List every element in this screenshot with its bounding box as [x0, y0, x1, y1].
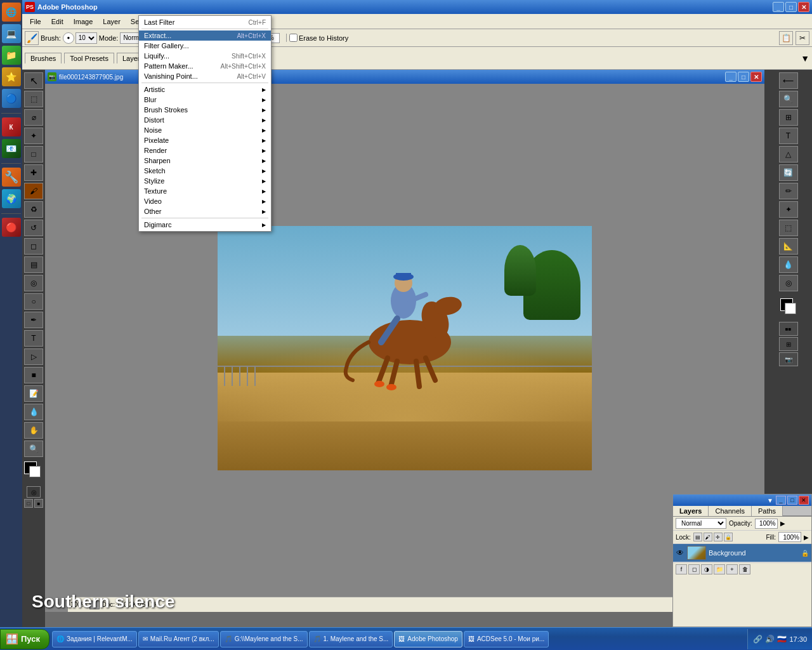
tool-notes[interactable]: 📝 — [24, 385, 43, 402]
right-color-swatches[interactable] — [779, 298, 798, 317]
tray-lang-icon[interactable]: 🇷🇺 — [777, 635, 787, 644]
fill-field[interactable] — [778, 532, 801, 542]
history-btn[interactable]: 📋 — [779, 31, 793, 45]
layers-close-btn[interactable]: ✕ — [799, 496, 809, 505]
menu-noise[interactable]: Noise — [139, 125, 271, 135]
menu-pixelate[interactable]: Pixelate — [139, 135, 271, 145]
menu-pattern-maker[interactable]: Pattern Maker... Alt+Shift+Ctrl+X — [139, 61, 271, 71]
tool-brush[interactable]: 🖌 — [24, 183, 43, 199]
sidebar-app-10[interactable]: 🔴 — [2, 218, 21, 237]
menu-other[interactable]: Other — [139, 206, 271, 216]
menu-extract[interactable]: Extract... Alt+Ctrl+X — [139, 30, 271, 41]
tool-heal[interactable]: ✚ — [24, 164, 43, 181]
tray-sound-icon[interactable]: 🔊 — [765, 635, 775, 644]
right-tool-9[interactable]: ⬚ — [779, 220, 798, 236]
tool-lasso[interactable]: ⌀ — [24, 109, 43, 126]
lock-all-btn[interactable]: 🔒 — [724, 533, 733, 541]
sidebar-app-3[interactable]: 📁 — [2, 46, 21, 65]
tool-eyedropper[interactable]: 💧 — [24, 404, 43, 420]
ps-maximize-btn[interactable]: □ — [785, 2, 797, 12]
tool-pen[interactable]: ✒ — [24, 312, 43, 328]
full-screen-btn[interactable]: ■ — [34, 499, 43, 508]
delete-layer-btn[interactable]: 🗑 — [739, 564, 750, 574]
brushes-menu-btn[interactable]: ▼ — [801, 53, 809, 63]
right-tool-1[interactable]: ⟵ — [779, 72, 798, 89]
sidebar-app-7[interactable]: 📧 — [2, 139, 21, 158]
menu-image[interactable]: Image — [69, 17, 98, 27]
menu-vanishing-point[interactable]: Vanishing Point... Alt+Ctrl+V — [139, 71, 271, 81]
layers-tab-layers[interactable]: Layers — [673, 506, 709, 516]
opacity-field[interactable] — [755, 519, 778, 529]
tool-magic[interactable]: ✦ — [24, 128, 43, 144]
menu-brush-strokes[interactable]: Brush Strokes — [139, 105, 271, 115]
doc-close-btn[interactable]: ✕ — [750, 72, 762, 82]
tray-network-icon[interactable]: 🔗 — [753, 635, 763, 644]
tool-history[interactable]: ↺ — [24, 220, 43, 236]
doc-maximize-btn[interactable]: □ — [738, 72, 749, 82]
taskbar-item-maylene2[interactable]: 🎵 1. Maylene and the S... — [309, 631, 393, 647]
layers-tab-channels[interactable]: Channels — [709, 506, 751, 516]
taskbar-item-zadaniya[interactable]: 🌐 Задания | RelevantM... — [52, 631, 137, 647]
opacity-arrow[interactable]: ▶ — [780, 520, 785, 527]
doc-minimize-btn[interactable]: _ — [725, 72, 737, 82]
right-tool-8[interactable]: ✦ — [779, 201, 798, 218]
tool-hand[interactable]: ✋ — [24, 422, 43, 439]
tool-zoom[interactable]: 🔍 — [24, 441, 43, 457]
ps-minimize-btn[interactable]: _ — [773, 2, 784, 12]
tool-blur[interactable]: ◎ — [24, 275, 43, 291]
menu-artistic[interactable]: Artistic — [139, 84, 271, 95]
sidebar-app-8[interactable]: 🔧 — [2, 168, 21, 187]
brush-size-control[interactable]: ● 10 — [63, 32, 97, 44]
right-extra-2[interactable]: ⊞ — [779, 337, 798, 351]
background-layer-row[interactable]: 👁 Background 🔒 — [673, 544, 811, 562]
right-tool-11[interactable]: 💧 — [779, 256, 798, 273]
menu-last-filter[interactable]: Last Filter Ctrl+F — [139, 17, 271, 27]
tool-type[interactable]: T — [24, 330, 43, 347]
sidebar-app-2[interactable]: 💻 — [2, 24, 21, 43]
taskbar-item-acdsee[interactable]: 🖼 ACDSee 5.0 - Мои ри... — [464, 631, 549, 647]
tool-gradient[interactable]: ▤ — [24, 256, 43, 273]
layers-max-btn[interactable]: □ — [787, 496, 797, 505]
menu-sharpen[interactable]: Sharpen — [139, 156, 271, 166]
tool-select[interactable]: ⬚ — [24, 91, 43, 107]
sidebar-app-9[interactable]: 🌍 — [2, 189, 21, 208]
tool-path-select[interactable]: ▷ — [24, 348, 43, 365]
menu-texture[interactable]: Texture — [139, 186, 271, 196]
menu-layer[interactable]: Layer — [98, 17, 126, 27]
menu-distort[interactable]: Distort — [139, 115, 271, 125]
right-tool-12[interactable]: ◎ — [779, 275, 798, 291]
sidebar-app-4[interactable]: ⭐ — [2, 67, 21, 86]
quick-mask-btn[interactable]: ◎ — [27, 486, 41, 498]
right-tool-10[interactable]: 📐 — [779, 238, 798, 255]
sidebar-app-5[interactable]: 🔵 — [2, 89, 21, 108]
right-extra-3[interactable]: 📷 — [779, 352, 798, 366]
layer-mask-btn[interactable]: ◻ — [688, 564, 700, 574]
tool-shape[interactable]: ■ — [24, 367, 43, 383]
tool-crop[interactable]: □ — [24, 146, 43, 162]
layer-visibility-icon[interactable]: 👁 — [676, 548, 684, 557]
tool-move[interactable]: ↖ — [24, 72, 43, 89]
tool-eraser[interactable]: ◻ — [24, 238, 43, 255]
menu-file[interactable]: File — [25, 17, 46, 27]
brushes-tab[interactable]: Brushes — [25, 53, 62, 63]
start-button[interactable]: 🪟 Пуск — [0, 629, 49, 649]
lock-transparent-btn[interactable]: ▤ — [693, 533, 702, 541]
standard-screen-btn[interactable]: □ — [24, 499, 33, 508]
new-layer-btn[interactable]: + — [726, 564, 738, 574]
right-extra-1[interactable]: ■■ — [779, 322, 798, 336]
layers-min-btn[interactable]: _ — [776, 496, 786, 505]
brush-size-select[interactable]: 10 — [75, 32, 97, 44]
menu-stylize[interactable]: Stylize — [139, 176, 271, 186]
menu-sketch[interactable]: Sketch — [139, 166, 271, 176]
erase-history-checkbox[interactable] — [289, 34, 298, 42]
layers-tab-paths[interactable]: Paths — [752, 506, 783, 516]
right-tool-4[interactable]: T — [779, 128, 798, 144]
sidebar-app-6[interactable]: К — [2, 117, 21, 136]
tool-presets-tab[interactable]: Tool Presets — [64, 53, 114, 63]
layer-group-btn[interactable]: 📁 — [714, 564, 725, 574]
menu-digimarc[interactable]: Digimarc — [139, 220, 271, 230]
fill-arrow[interactable]: ▶ — [804, 534, 809, 541]
ps-close-btn[interactable]: ✕ — [798, 2, 809, 12]
menu-video[interactable]: Video — [139, 196, 271, 206]
lock-position-btn[interactable]: ✛ — [714, 533, 723, 541]
